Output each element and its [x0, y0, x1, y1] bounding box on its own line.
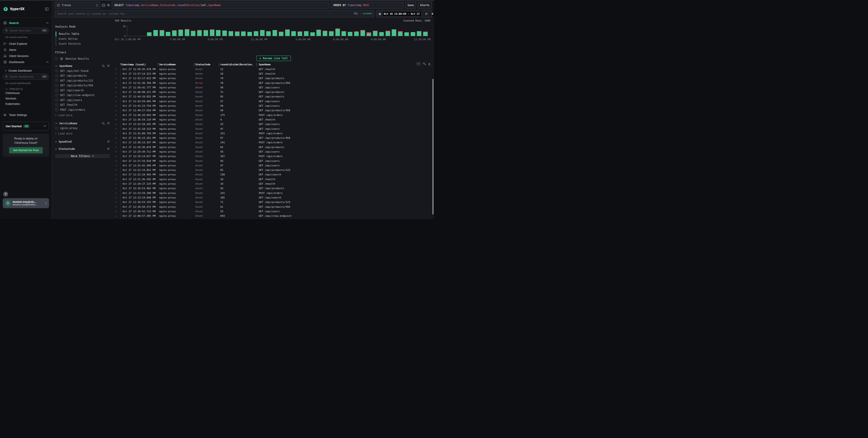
chart-bar[interactable]	[146, 26, 152, 36]
preset-dashboard-item[interactable]: ClickHouse	[0, 91, 52, 96]
checkbox[interactable]	[55, 99, 58, 101]
chart-bar[interactable]	[416, 26, 423, 36]
table-row[interactable]: › Oct 27 12:06:27.284 PM nginx-proxy Uns…	[113, 218, 434, 219]
pin-icon[interactable]	[107, 140, 110, 143]
load-more-button[interactable]: Load more	[55, 113, 110, 118]
table-row[interactable]: › Oct 27 12:32:18.313 PM nginx-proxy Uns…	[113, 127, 434, 131]
load-more-button[interactable]: Load more	[55, 131, 110, 136]
help-button[interactable]: ?	[3, 192, 8, 197]
search-icon[interactable]	[102, 122, 105, 125]
table-row[interactable]: › Oct 27 12:57:14.313 PM nginx-proxy Uns…	[113, 71, 434, 76]
table-row[interactable]: › Oct 27 12:22:19.852 PM nginx-proxy Uns…	[113, 168, 434, 172]
chart-bar[interactable]	[165, 26, 172, 36]
table-row[interactable]: › Oct 27 12:25:42.306 PM nginx-proxy Uns…	[113, 163, 434, 168]
table-row[interactable]: › Oct 27 12:10:53.155 PM nginx-proxy Uns…	[113, 200, 434, 205]
chart-bar[interactable]	[341, 26, 347, 36]
chart-bar[interactable]	[410, 26, 416, 36]
pin-icon[interactable]	[107, 64, 110, 68]
chart-bar[interactable]	[397, 26, 403, 36]
get-started-toggle[interactable]: Get Started 3/3	[3, 122, 49, 131]
chart-bar[interactable]	[347, 26, 353, 36]
row-expander-icon[interactable]: ›	[115, 127, 120, 130]
chart-bar[interactable]	[297, 26, 303, 36]
chart-bar[interactable]	[190, 26, 196, 36]
row-expander-icon[interactable]: ›	[115, 201, 120, 204]
chart-bar[interactable]	[178, 26, 184, 36]
user-menu[interactable]: D dominic.tran@clic... dominic.tran@clic…	[3, 198, 49, 208]
chart-bar[interactable]	[372, 26, 378, 36]
save-button[interactable]: Save	[405, 2, 416, 9]
table-row[interactable]: › Oct 27 12:22:10.403 PM nginx-proxy Uns…	[113, 172, 434, 177]
preset-dashboard-item[interactable]: Services	[0, 96, 52, 101]
sidebar-item-alerts[interactable]: Alerts	[0, 47, 52, 53]
column-resize-handle[interactable]	[158, 63, 158, 66]
chart-bar[interactable]	[335, 26, 341, 36]
table-row[interactable]: › Oct 27 12:30:13.437 PM nginx-proxy Uns…	[113, 140, 434, 145]
chart-bar[interactable]	[422, 26, 429, 36]
sql-mode-option[interactable]: SQL	[354, 12, 358, 15]
chart-bar[interactable]	[309, 26, 316, 36]
resume-live-tail-button[interactable]: Resume Live Tail	[256, 56, 291, 61]
row-expander-icon[interactable]: ›	[115, 81, 120, 85]
event-search-input[interactable]	[55, 10, 374, 18]
row-expander-icon[interactable]: ›	[115, 113, 120, 116]
run-query-button[interactable]	[422, 10, 432, 18]
filter-option[interactable]: POST /api/orders	[55, 107, 110, 112]
chart-bar[interactable]	[184, 26, 190, 36]
chart-bar[interactable]	[284, 26, 290, 36]
row-expander-icon[interactable]: ›	[115, 72, 120, 75]
table-row[interactable]: › Oct 27 12:13:59.180 PM nginx-proxy Uns…	[113, 191, 434, 195]
chart-bar[interactable]	[328, 26, 335, 36]
chart-bar[interactable]	[266, 26, 272, 36]
table-row[interactable]: › Oct 27 12:59:35.478 PM nginx-proxy Uns…	[113, 67, 434, 71]
filter-group-header[interactable]: ServiceName	[55, 122, 110, 125]
chart-plot[interactable]	[127, 26, 429, 36]
chart-bar[interactable]	[353, 26, 360, 36]
checkbox[interactable]	[55, 103, 58, 106]
column-resize-handle[interactable]	[194, 63, 194, 66]
table-row[interactable]: › Oct 27 12:30:23.261 PM nginx-proxy Uns…	[113, 136, 434, 140]
row-expander-icon[interactable]: ›	[115, 182, 120, 186]
chart-bar[interactable]	[171, 26, 178, 36]
table-row[interactable]: › Oct 27 12:19:53.482 PM nginx-proxy Uns…	[113, 186, 434, 191]
chart-bar[interactable]	[360, 26, 366, 36]
row-expander-icon[interactable]: ›	[115, 155, 120, 158]
chart-bar[interactable]	[203, 26, 209, 36]
table-row[interactable]: › Oct 27 12:53:17.623 PM nginx-proxy Uns…	[113, 76, 434, 81]
checkbox[interactable]	[55, 84, 58, 87]
row-expander-icon[interactable]: ›	[115, 205, 120, 208]
table-row[interactable]: › Oct 27 12:27:33.918 PM nginx-proxy Uns…	[113, 159, 434, 163]
sidebar-item-client-sessions[interactable]: Client Sessions	[0, 53, 52, 59]
chart-bar[interactable]	[134, 26, 140, 36]
table-row[interactable]: › Oct 27 12:08:57.305 PM nginx-proxy Uns…	[113, 214, 434, 218]
row-expander-icon[interactable]: ›	[115, 132, 120, 135]
chart-bar[interactable]	[240, 26, 247, 36]
vertical-scrollbar[interactable]	[432, 79, 434, 214]
row-expander-icon[interactable]: ›	[115, 214, 120, 217]
chart-bar[interactable]	[259, 26, 266, 36]
table-row[interactable]: › Oct 27 12:51:36.784 PM nginx-proxy Err…	[113, 81, 434, 85]
table-row[interactable]: › Oct 27 12:32:08.750 PM nginx-proxy Uns…	[113, 131, 434, 136]
sidebar-item-search[interactable]: Search	[0, 20, 52, 26]
table-row[interactable]: › Oct 27 12:46:08.221 PM nginx-proxy Uns…	[113, 90, 434, 94]
download-icon[interactable]	[428, 62, 431, 65]
chevron-up-icon[interactable]	[46, 22, 49, 24]
chart-bar[interactable]	[152, 26, 159, 36]
json-view-icon[interactable]	[416, 62, 421, 66]
table-row[interactable]: › Oct 27 12:40:27.016 PM nginx-proxy Uns…	[113, 108, 434, 113]
chart-bar[interactable]	[391, 26, 397, 36]
analysis-mode-option[interactable]: Event Deltas	[59, 36, 110, 41]
table-row[interactable]: › Oct 27 12:40:20.093 PM nginx-proxy Uns…	[113, 113, 434, 117]
row-expander-icon[interactable]: ›	[115, 136, 120, 140]
table-row[interactable]: › Oct 27 12:10:50.572 PM nginx-proxy Uns…	[113, 205, 434, 209]
row-expander-icon[interactable]: ›	[115, 95, 120, 98]
row-expander-icon[interactable]: ›	[115, 86, 120, 89]
checkbox[interactable]	[55, 79, 58, 82]
table-row[interactable]: › Oct 27 12:21:36.435 PM nginx-proxy Uns…	[113, 177, 434, 181]
table-row[interactable]: › Oct 27 12:29:14.817 PM nginx-proxy Uns…	[113, 154, 434, 159]
row-expander-icon[interactable]: ›	[115, 150, 120, 153]
checkbox[interactable]	[55, 58, 58, 60]
chart-bar[interactable]	[366, 26, 372, 36]
chart-bar[interactable]	[140, 26, 146, 36]
lucene-mode-option[interactable]: Lucene	[363, 12, 372, 15]
